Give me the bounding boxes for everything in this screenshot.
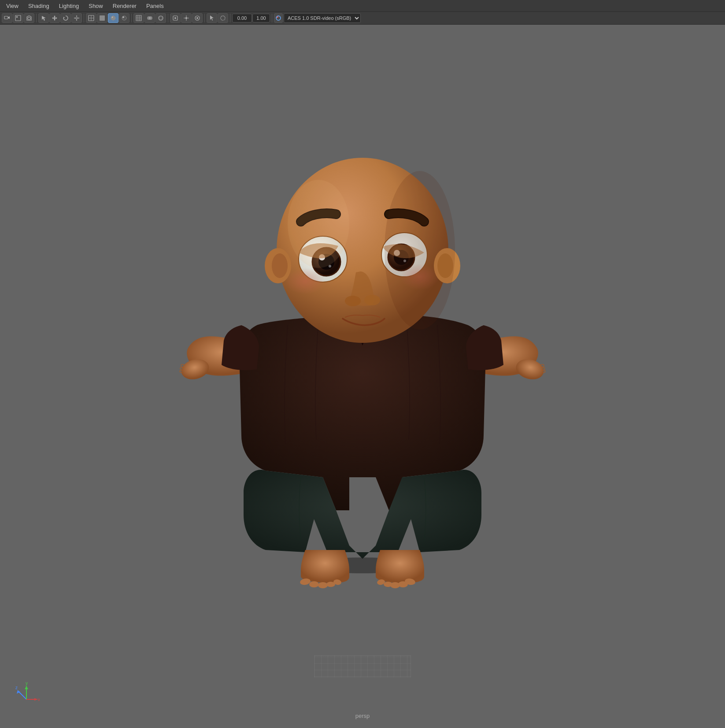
svg-point-19 bbox=[122, 16, 124, 18]
svg-point-18 bbox=[122, 16, 126, 20]
selection-group bbox=[207, 13, 228, 23]
sep-7 bbox=[272, 14, 272, 22]
svg-rect-0 bbox=[4, 16, 8, 19]
viewport-tools-group bbox=[133, 13, 166, 23]
persp-label: persp bbox=[355, 713, 370, 719]
sep-1 bbox=[36, 14, 37, 22]
move-button[interactable] bbox=[49, 13, 60, 23]
lasso-button[interactable] bbox=[218, 13, 228, 23]
toolbar-transform-tools bbox=[38, 13, 82, 23]
svg-rect-25 bbox=[136, 15, 141, 21]
shading-mode-group bbox=[86, 13, 129, 23]
svg-point-4 bbox=[28, 17, 30, 20]
proportional-button[interactable] bbox=[192, 13, 203, 23]
svg-point-17 bbox=[112, 17, 113, 18]
menu-renderer[interactable]: Renderer bbox=[108, 2, 141, 10]
svg-point-52 bbox=[272, 253, 288, 278]
exposure-group: 0.00 1.00 bbox=[232, 14, 270, 22]
svg-point-29 bbox=[159, 17, 162, 19]
sep-5 bbox=[204, 14, 205, 22]
svg-point-41 bbox=[318, 582, 328, 588]
wireframe-button[interactable] bbox=[86, 13, 96, 23]
viewport[interactable]: z y x persp bbox=[0, 25, 725, 728]
svg-point-31 bbox=[174, 17, 176, 19]
menu-lighting[interactable]: Lighting bbox=[55, 2, 84, 10]
solid-button[interactable] bbox=[97, 13, 107, 23]
sep-2 bbox=[84, 14, 84, 22]
select-tool-button[interactable] bbox=[207, 13, 217, 23]
object-mode-button[interactable] bbox=[170, 13, 181, 23]
svg-point-74 bbox=[288, 180, 349, 268]
menu-shading[interactable]: Shading bbox=[24, 2, 54, 10]
grid-button[interactable] bbox=[133, 13, 144, 23]
svg-text:x: x bbox=[38, 697, 40, 702]
snap-button[interactable] bbox=[181, 13, 192, 23]
svg-marker-79 bbox=[25, 686, 28, 689]
svg-marker-1 bbox=[8, 16, 10, 19]
sep-6 bbox=[230, 14, 230, 22]
camera-button[interactable] bbox=[2, 13, 12, 23]
toolbar-left-tools bbox=[2, 13, 34, 23]
scale-button[interactable] bbox=[71, 13, 82, 23]
svg-point-28 bbox=[159, 16, 163, 20]
svg-point-32 bbox=[185, 17, 187, 19]
menu-bar: View Shading Lighting Show Renderer Pane… bbox=[0, 0, 725, 11]
svg-point-34 bbox=[196, 17, 198, 19]
overlay-button[interactable] bbox=[144, 13, 155, 23]
xray-button[interactable] bbox=[155, 13, 166, 23]
toolbar: 0.00 1.00 ACES 1.0 SDR-video (sRGB) bbox=[0, 11, 725, 25]
color-profile-select[interactable]: ACES 1.0 SDR-video (sRGB) bbox=[284, 13, 361, 23]
character-3d bbox=[164, 136, 561, 598]
svg-point-6 bbox=[76, 17, 78, 19]
mode-group bbox=[170, 13, 203, 23]
select-button[interactable] bbox=[38, 13, 49, 23]
axis-indicator: z y x bbox=[13, 680, 40, 706]
menu-show[interactable]: Show bbox=[84, 2, 107, 10]
svg-marker-82 bbox=[34, 698, 37, 701]
svg-point-69 bbox=[345, 296, 361, 306]
svg-rect-3 bbox=[16, 16, 18, 18]
menu-view[interactable]: View bbox=[2, 2, 23, 10]
svg-marker-5 bbox=[63, 17, 65, 19]
render-preview-button[interactable] bbox=[119, 13, 129, 23]
svg-point-73 bbox=[385, 171, 455, 330]
grid-floor bbox=[314, 655, 411, 677]
frame-button[interactable] bbox=[13, 13, 23, 23]
sep-4 bbox=[168, 14, 168, 22]
rotate-button[interactable] bbox=[60, 13, 71, 23]
svg-point-71 bbox=[285, 268, 325, 294]
svg-text:y: y bbox=[26, 681, 28, 686]
svg-point-70 bbox=[364, 295, 380, 305]
sep-3 bbox=[131, 14, 132, 22]
material-button[interactable] bbox=[108, 13, 118, 23]
exposure-input[interactable]: 0.00 bbox=[232, 14, 252, 22]
svg-rect-14 bbox=[100, 15, 105, 21]
color-management-icon bbox=[274, 13, 283, 23]
svg-point-40 bbox=[309, 581, 319, 587]
svg-point-27 bbox=[149, 16, 152, 20]
svg-text:z: z bbox=[15, 685, 18, 690]
svg-rect-2 bbox=[15, 15, 21, 21]
menu-panels[interactable]: Panels bbox=[142, 2, 168, 10]
capture-button[interactable] bbox=[24, 13, 34, 23]
gamma-input[interactable]: 1.00 bbox=[252, 14, 270, 22]
svg-point-16 bbox=[111, 16, 115, 20]
